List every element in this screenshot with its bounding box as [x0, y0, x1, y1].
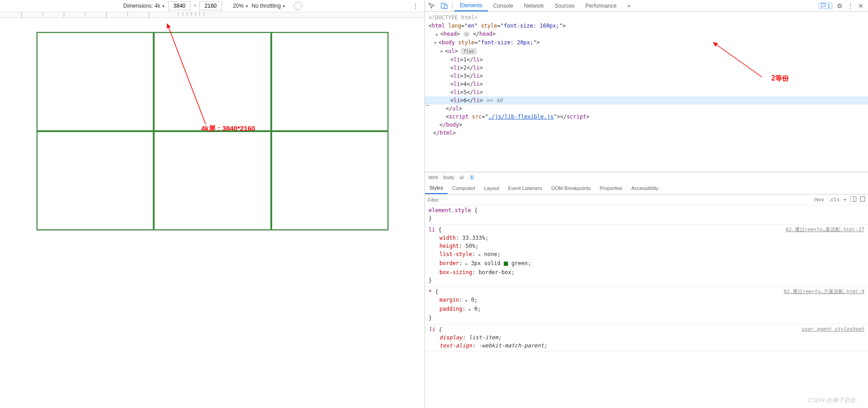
dom-li-2[interactable]: <li>2</li>	[425, 64, 868, 72]
rule-source-link[interactable]: 02.通过rem+fo…案设配.html:27	[786, 226, 864, 234]
tab-computed[interactable]: Computed	[448, 182, 480, 194]
svg-rect-5	[854, 196, 856, 202]
dom-row-menu-icon[interactable]: ⋯	[426, 101, 429, 109]
device-toggle-icon[interactable]	[438, 0, 450, 11]
tab-network[interactable]: Network	[519, 0, 549, 11]
dom-li-5[interactable]: <li>5</li>	[425, 88, 868, 96]
dom-li-3[interactable]: <li>3</li>	[425, 72, 868, 80]
dom-body-open[interactable]: ▼<body style="font-size: 20px;">	[425, 38, 868, 47]
tab-layout[interactable]: Layout	[480, 182, 504, 194]
rule-ua-li[interactable]: user agent stylesheet li { display: list…	[425, 324, 868, 352]
crumb-body[interactable]: body	[443, 175, 454, 180]
annotation-text-2: 2等份	[771, 74, 789, 82]
dom-li-4[interactable]: <li>4</li>	[425, 80, 868, 88]
rotate-icon[interactable]	[292, 1, 303, 11]
new-rule-icon[interactable]: +	[843, 197, 846, 203]
elements-tree[interactable]: <!DOCTYPE html> <html lang="en" style="f…	[425, 12, 868, 172]
more-menu-icon[interactable]: ⋮	[847, 2, 854, 9]
throttle-dropdown[interactable]: No throttling	[251, 3, 286, 9]
dom-script[interactable]: <script src="./js/lib-flexible.js"></scr…	[425, 113, 868, 121]
rule-li[interactable]: 02.通过rem+fo…案设配.html:27 li { width: 33.3…	[425, 225, 868, 287]
rule-element-style[interactable]: element.style { }	[425, 205, 868, 225]
grid-cell	[154, 131, 271, 230]
grid-cell	[154, 32, 271, 131]
svg-rect-6	[860, 197, 865, 201]
cls-button[interactable]: .cls	[828, 197, 840, 203]
tab-performance[interactable]: Performance	[580, 0, 622, 11]
device-viewport: 4k屏：3840*2160	[0, 18, 425, 408]
dom-html-open[interactable]: <html lang="en" style="font-size: 160px;…	[425, 22, 868, 30]
styles-pane[interactable]: element.style { } 02.通过rem+fo…案设配.html:2…	[425, 205, 868, 408]
grid-cell	[271, 32, 388, 131]
hov-button[interactable]: :hov	[812, 197, 824, 203]
rule-star[interactable]: 02.通过rem+fo…方案设配.html:9 * { margin: ▶ 0;…	[425, 287, 868, 324]
tab-elements[interactable]: Elements	[454, 0, 488, 11]
height-input[interactable]	[199, 1, 222, 10]
width-input[interactable]	[168, 1, 191, 10]
tab-styles[interactable]: Styles	[425, 182, 448, 194]
dom-html-close[interactable]: </html>	[425, 129, 868, 137]
grid-cell	[37, 131, 154, 230]
tab-sources[interactable]: Sources	[549, 0, 580, 11]
tab-event-listeners[interactable]: Event Listeners	[504, 182, 547, 194]
rule-source-link[interactable]: 02.通过rem+fo…方案设配.html:9	[783, 288, 864, 296]
styles-filter-row: :hov .cls +	[425, 195, 868, 205]
device-toolbar: Dimensions: 4k × 20% No throttling ⋮	[0, 0, 425, 12]
tab-properties[interactable]: Properties	[595, 182, 627, 194]
grid-cell	[271, 131, 388, 230]
tab-dom-breakpoints[interactable]: DOM Breakpoints	[547, 182, 595, 194]
dom-doctype[interactable]: <!DOCTYPE html>	[425, 14, 868, 22]
zoom-dropdown[interactable]: 20%	[233, 3, 249, 9]
close-icon[interactable]: ✕	[858, 2, 863, 9]
crumb-li[interactable]: li	[469, 175, 475, 180]
annotation-text-1: 4k屏：3840*2160	[201, 124, 255, 133]
dom-ul-close[interactable]: </ul>	[425, 104, 868, 113]
dom-head[interactable]: ▶<head> ⋯ </head>	[425, 30, 868, 38]
crumb-ul[interactable]: ul	[460, 175, 464, 180]
styles-tabbar: Styles Computed Layout Event Listeners D…	[425, 182, 868, 195]
tab-accessibility[interactable]: Accessibility	[627, 182, 663, 194]
messages-badge[interactable]: 1	[819, 3, 832, 9]
dom-ul-open[interactable]: ▼<ul> flex	[425, 47, 868, 56]
svg-rect-4	[850, 196, 856, 202]
crumb-html[interactable]: html	[429, 175, 438, 180]
grid-cell	[37, 32, 154, 131]
inspect-icon[interactable]	[425, 0, 438, 11]
dom-li-6-selected[interactable]: <li>6</li> == $0	[425, 96, 868, 104]
computed-toggle-icon[interactable]	[850, 196, 856, 203]
ruler	[0, 12, 425, 18]
tab-console[interactable]: Console	[488, 0, 519, 11]
device-menu-icon[interactable]: ⋮	[412, 2, 419, 9]
tab-more[interactable]: »	[622, 0, 636, 11]
color-swatch-icon[interactable]	[504, 261, 508, 266]
styles-filter-input[interactable]	[428, 197, 808, 203]
dom-li-1[interactable]: <li>1</li>	[425, 56, 868, 64]
settings-icon[interactable]: ⚙	[837, 2, 843, 9]
svg-rect-2	[444, 5, 447, 9]
devtools-tabbar: Elements Console Network Sources Perform…	[425, 0, 868, 12]
ua-stylesheet-label: user agent stylesheet	[802, 325, 864, 333]
dimension-separator: ×	[193, 3, 197, 9]
styles-more-icon[interactable]	[860, 196, 865, 203]
breadcrumb[interactable]: html body ul li	[425, 172, 868, 182]
dimensions-dropdown[interactable]: Dimensions: 4k	[123, 3, 165, 9]
dom-body-close[interactable]: </body>	[425, 121, 868, 129]
